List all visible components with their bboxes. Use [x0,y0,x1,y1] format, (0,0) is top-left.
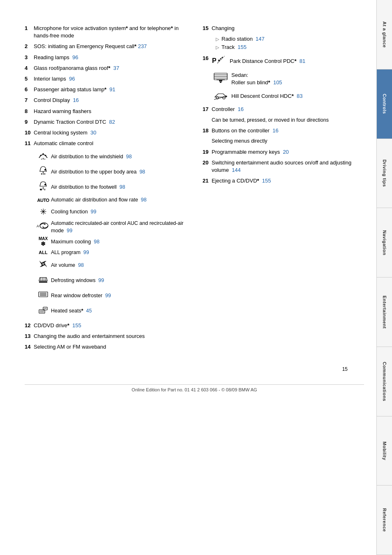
link-81[interactable]: 81 [300,58,305,64]
rear-defroster-icon [35,289,51,302]
link-96a[interactable]: 96 [72,54,78,60]
item-18: 18 Buttons on the controller 16 Selectin… [203,127,364,145]
link-99b[interactable]: 99 [67,228,72,234]
recirculate-icon: A [35,222,51,233]
link-37[interactable]: 37 [113,65,119,71]
windshield-icon [35,150,51,163]
link-155c[interactable]: 155 [262,178,271,184]
climate-recirculate: A Automatic recirculated-air control AUC… [35,220,186,234]
item-15: 15 Changing ▷ Radio station 147 ▷ Track … [203,25,364,51]
link-155a[interactable]: 155 [72,322,81,328]
link-98b[interactable]: 98 [139,169,145,175]
item-10: 10 Central locking system 30 [25,129,186,136]
item-21: 21 Ejecting a CD/DVD* 155 [203,177,364,185]
sidebar-tab-communications[interactable]: Communications [377,347,392,416]
item-16: 16 P [203,55,364,103]
link-98d[interactable]: 98 [141,197,147,203]
sidebar-tab-at-a-glance[interactable]: At a glance [377,0,392,69]
link-99a[interactable]: 99 [91,209,97,215]
climate-auto: AUTO Automatic air distribution and flow… [35,197,186,204]
climate-cooling: ✳ Cooling function 99 [35,206,186,217]
roller-blind-row: Sedan:Roller sun blind* 105 [213,72,364,86]
link-237[interactable]: 237 [138,43,147,49]
link-144[interactable]: 144 [232,167,241,173]
link-98f[interactable]: 98 [78,262,84,268]
heated-seats-icon [35,305,51,317]
sidebar-tab-reference[interactable]: Reference [377,486,392,555]
item-6: 6 Passenger airbag status lamp* 91 [25,86,186,93]
footwell-icon [35,181,51,194]
svg-point-1 [43,153,44,155]
link-98e[interactable]: 98 [94,239,99,245]
defrost-windows-icon [35,274,51,287]
footer-text: Online Edition for Part no. 01 41 2 603 … [25,384,364,392]
air-volume-icon [35,259,51,272]
link-99d[interactable]: 99 [98,278,104,283]
item-20: 20 Switching entertainment audio sources… [203,159,364,174]
svg-text:A: A [37,224,39,228]
sidebar-tab-driving-tips[interactable]: Driving tips [377,139,392,208]
item-1: 1 Microphone for voice activation system… [25,25,186,39]
item-7: 7 Control Display 16 [25,97,186,104]
sidebar-tab-controls[interactable]: Controls [377,69,392,139]
link-99e[interactable]: 99 [105,293,111,298]
item-14: 14 Selecting AM or FM waveband [25,343,186,351]
link-83[interactable]: 83 [297,93,302,99]
climate-max: MAX ❄ Maximum cooling 98 [35,237,186,247]
max-icon: MAX ❄ [35,237,51,247]
link-82[interactable]: 82 [109,119,115,125]
all-icon: ALL [35,250,51,256]
sidebar-tab-mobility[interactable]: Mobility [377,416,392,486]
item-2: 2 SOS: initiating an Emergency Request c… [25,43,186,50]
item-12: 12 CD/DVD drive* 155 [25,322,186,329]
item-3: 3 Reading lamps 96 [25,54,186,61]
link-98c[interactable]: 98 [120,184,125,190]
auto-icon: AUTO [35,197,51,204]
link-105[interactable]: 105 [273,79,282,86]
link-147[interactable]: 147 [256,36,265,42]
item-11: 11 Automatic climate control [25,140,186,147]
sidebar-tab-entertainment[interactable]: Entertainment [377,278,392,347]
link-16c[interactable]: 16 [272,127,278,134]
right-column: 15 Changing ▷ Radio station 147 ▷ Track … [203,25,364,354]
page-number: 15 [25,366,364,372]
climate-windshield: Air distribution to the windshield 98 [35,150,186,163]
svg-point-2 [45,155,46,156]
svg-point-14 [40,189,42,190]
svg-text:P: P [212,57,217,64]
link-16a[interactable]: 16 [73,97,78,103]
sidebar-tab-navigation[interactable]: Navigation [377,208,392,278]
item-9: 9 Dynamic Traction Control DTC 82 [25,118,186,126]
svg-point-13 [44,184,46,185]
item-13: 13 Changing the audio and entertainment … [25,333,186,340]
hdc-icon [213,90,228,102]
link-16b[interactable]: 16 [238,106,244,112]
pdc-icon: P [212,55,226,68]
sub-radio-station: ▷ Radio station 147 [216,35,364,43]
climate-section: Air distribution to the windshield 98 [35,150,186,317]
link-96b[interactable]: 96 [69,76,75,82]
link-99c[interactable]: 99 [83,250,89,255]
climate-footwell: Air distribution to the footwell 98 [35,181,186,194]
link-20[interactable]: 20 [283,149,288,155]
item-5: 5 Interior lamps 96 [25,75,186,83]
sidebar: At a glance Controls Driving tips Naviga… [376,0,392,555]
link-30[interactable]: 30 [90,130,96,136]
link-155b[interactable]: 155 [238,44,247,50]
item-4: 4 Glass roof/panorama glass roof* 37 [25,65,186,72]
climate-upper-body: Air distribution to the upper body area … [35,166,186,178]
roller-blind-icon [213,72,228,85]
left-column: 1 Microphone for voice activation system… [25,25,186,354]
climate-air-volume: Air volume 98 [35,259,186,272]
link-91[interactable]: 91 [109,86,115,92]
link-45[interactable]: 45 [86,308,92,314]
climate-all: ALL ALL program 99 [35,249,186,257]
sub-track: ▷ Track 155 [216,44,364,51]
item-19: 19 Programmable memory keys 20 [203,148,364,156]
climate-defrost-windows: Defrosting windows 99 [35,274,186,287]
hdc-row: Hill Descent Control HDC* 83 [213,90,364,102]
link-98a[interactable]: 98 [126,154,132,160]
svg-marker-46 [219,81,222,83]
cooling-icon: ✳ [35,206,51,217]
item-17: 17 Controller 16 Can be turned, pressed,… [203,106,364,124]
